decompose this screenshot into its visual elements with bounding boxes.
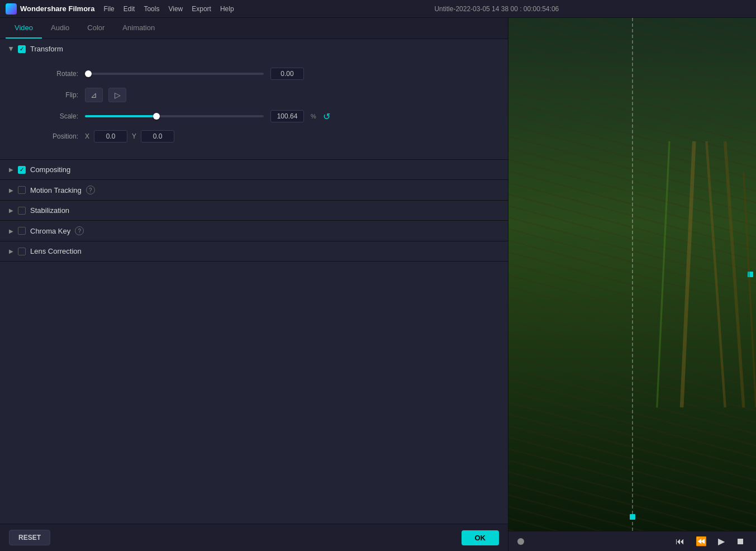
- tab-color[interactable]: Color: [78, 18, 113, 39]
- flip-buttons: ⊿ ▷: [85, 88, 126, 102]
- position-label: Position:: [34, 132, 78, 140]
- motion-tracking-chevron-icon: ▶: [9, 187, 13, 193]
- stop-button[interactable]: ⏹: [734, 535, 747, 548]
- section-compositing-header[interactable]: ▶ Compositing: [0, 160, 508, 179]
- flip-vertical-button[interactable]: ▷: [108, 88, 126, 102]
- menu-bar: File Edit Tools View Export Help: [103, 5, 234, 13]
- section-stabilization: ▶ Stabilization: [0, 201, 508, 221]
- panel-footer: RESET OK: [0, 524, 508, 551]
- tab-bar: Video Audio Color Animation: [0, 18, 508, 39]
- transform-chevron-icon: ▶: [8, 47, 15, 51]
- flip-row: Flip: ⊿ ▷: [34, 88, 486, 102]
- svg-line-1: [706, 141, 725, 407]
- stabilization-chevron-icon: ▶: [9, 207, 13, 213]
- logo-icon: [6, 3, 17, 15]
- position-y-input[interactable]: [141, 130, 174, 142]
- tab-video[interactable]: Video: [6, 18, 42, 39]
- preview-video: [508, 18, 756, 531]
- tab-audio[interactable]: Audio: [42, 18, 78, 39]
- svg-line-2: [725, 141, 744, 407]
- section-stabilization-header[interactable]: ▶ Stabilization: [0, 201, 508, 220]
- titlebar: Wondershare Filmora File Edit Tools View…: [0, 0, 756, 18]
- menu-view[interactable]: View: [168, 5, 183, 13]
- chroma-key-help-icon[interactable]: ?: [75, 226, 84, 235]
- chroma-key-title: Chroma Key: [30, 227, 70, 235]
- motion-tracking-title: Motion Tracking: [30, 186, 82, 194]
- transform-checkbox[interactable]: [18, 45, 26, 53]
- section-motion-tracking: ▶ Motion Tracking ?: [0, 180, 508, 201]
- menu-file[interactable]: File: [103, 5, 114, 13]
- transform-title: Transform: [30, 45, 63, 53]
- play-button[interactable]: ▶: [716, 535, 727, 548]
- motion-tracking-checkbox[interactable]: [18, 186, 26, 194]
- pos-y-label: Y: [132, 132, 136, 140]
- scale-label: Scale:: [34, 112, 78, 120]
- tab-animation[interactable]: Animation: [113, 18, 164, 39]
- flip-label: Flip:: [34, 91, 78, 99]
- section-chroma-key: ▶ Chroma Key ?: [0, 221, 508, 241]
- properties-panel: ▶ Transform Rotate:: [0, 39, 508, 524]
- motion-tracking-help-icon[interactable]: ?: [86, 186, 95, 194]
- compositing-title: Compositing: [30, 165, 70, 174]
- app-logo: Wondershare Filmora: [6, 3, 94, 15]
- section-transform: ▶ Transform Rotate:: [0, 39, 508, 160]
- scale-slider[interactable]: [85, 115, 264, 117]
- menu-tools[interactable]: Tools: [144, 5, 159, 13]
- properties-panel-container: Video Audio Color Animation ▶ Transform …: [0, 18, 508, 551]
- stabilization-title: Stabilization: [30, 206, 69, 215]
- reset-button[interactable]: RESET: [9, 530, 50, 545]
- app-name: Wondershare Filmora: [20, 4, 94, 13]
- menu-help[interactable]: Help: [220, 5, 234, 13]
- pos-x-label: X: [85, 132, 89, 140]
- stabilization-checkbox[interactable]: [18, 207, 26, 215]
- ok-button[interactable]: OK: [462, 530, 500, 545]
- menu-export[interactable]: Export: [192, 5, 211, 13]
- svg-line-0: [682, 141, 694, 407]
- flip-horizontal-button[interactable]: ⊿: [85, 88, 103, 102]
- section-transform-header[interactable]: ▶ Transform: [0, 39, 508, 59]
- rotate-input[interactable]: [270, 68, 304, 80]
- scale-unit: %: [311, 113, 316, 120]
- chroma-key-chevron-icon: ▶: [9, 228, 13, 234]
- section-compositing: ▶ Compositing: [0, 160, 508, 180]
- lens-correction-checkbox[interactable]: [18, 248, 26, 255]
- compositing-chevron-icon: ▶: [9, 167, 13, 173]
- scale-input[interactable]: [270, 110, 304, 122]
- section-lens-correction: ▶ Lens Correction: [0, 241, 508, 262]
- menu-edit[interactable]: Edit: [123, 5, 135, 13]
- section-lens-correction-header[interactable]: ▶ Lens Correction: [0, 241, 508, 261]
- scale-reset-button[interactable]: ↺: [323, 111, 330, 122]
- section-chroma-key-header[interactable]: ▶ Chroma Key ?: [0, 221, 508, 241]
- transform-content: Rotate: Flip: ⊿ ▷: [0, 59, 508, 159]
- playback-controls: ⏮ ⏪ ▶ ⏹: [508, 531, 756, 551]
- section-motion-tracking-header[interactable]: ▶ Motion Tracking ?: [0, 180, 508, 200]
- compositing-checkbox[interactable]: [18, 166, 26, 174]
- position-x-input[interactable]: [94, 130, 127, 142]
- chroma-key-checkbox[interactable]: [18, 227, 26, 235]
- lens-correction-title: Lens Correction: [30, 247, 82, 255]
- svg-line-3: [744, 172, 756, 407]
- main-layout: Video Audio Color Animation ▶ Transform …: [0, 18, 756, 551]
- window-title: Untitle-2022-03-05 14 38 00 : 00:00:54:0…: [243, 5, 750, 13]
- rotate-label: Rotate:: [34, 70, 78, 78]
- svg-line-4: [657, 141, 669, 407]
- preview-overlay-svg: [508, 18, 756, 531]
- right-panel: ⏮ ⏪ ▶ ⏹: [508, 18, 756, 551]
- position-row: Position: X Y: [34, 130, 486, 142]
- progress-indicator: [517, 538, 524, 545]
- rotate-row: Rotate:: [34, 68, 486, 80]
- slow-playback-button[interactable]: ⏪: [693, 535, 709, 548]
- lens-correction-chevron-icon: ▶: [9, 248, 13, 254]
- scale-row: Scale: % ↺: [34, 110, 486, 122]
- preview-area: [508, 18, 756, 531]
- position-inputs: X Y: [85, 130, 174, 142]
- rotate-slider[interactable]: [85, 73, 264, 75]
- step-back-button[interactable]: ⏮: [673, 535, 687, 548]
